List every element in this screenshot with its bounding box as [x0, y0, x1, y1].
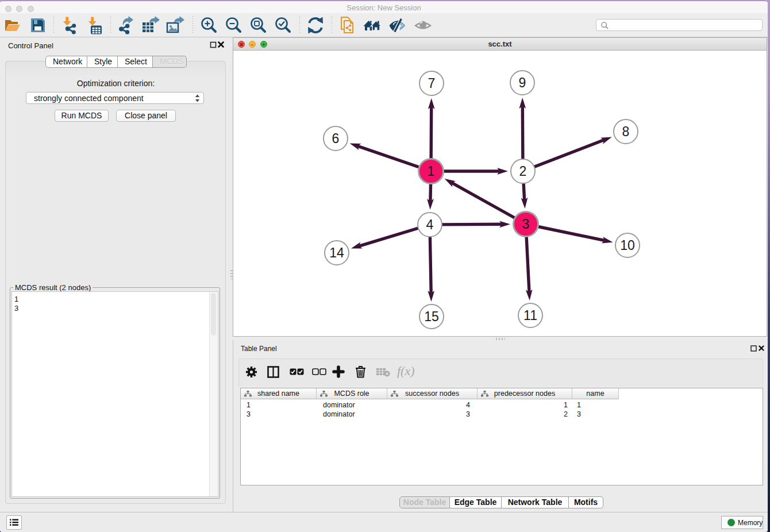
svg-text:8: 8 [622, 124, 630, 139]
svg-text:15: 15 [424, 309, 439, 324]
svg-text:9: 9 [519, 75, 526, 90]
svg-text:4: 4 [426, 217, 434, 232]
svg-text:7: 7 [428, 76, 436, 91]
svg-text:1: 1 [428, 164, 435, 179]
svg-text:10: 10 [620, 238, 635, 253]
svg-text:14: 14 [329, 245, 344, 260]
svg-text:11: 11 [523, 308, 537, 323]
svg-text:2: 2 [519, 164, 527, 179]
svg-text:3: 3 [522, 217, 530, 232]
svg-text:6: 6 [332, 131, 340, 146]
